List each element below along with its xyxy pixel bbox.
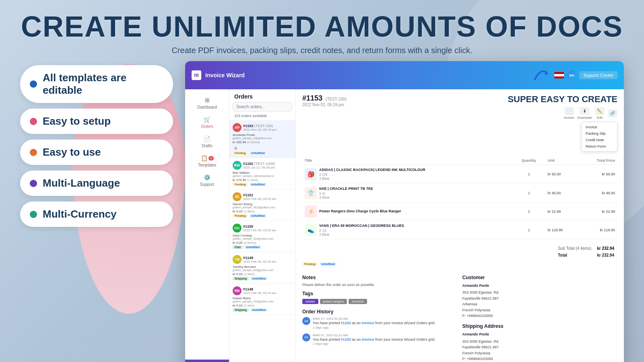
- detail-order-num: #1153: [302, 94, 322, 103]
- sidebar-item-drafts[interactable]: 📄 Drafts: [185, 132, 229, 151]
- col-unit: Unit: [545, 156, 579, 165]
- order-name-1151: Steven Ewing: [233, 202, 292, 206]
- feature-label-language: Multi-Language: [43, 177, 120, 189]
- item-unit-4: kr 119.95: [545, 221, 579, 240]
- history-date-2: MAR 07, 2023 02:31 AM: [313, 333, 436, 337]
- history-text-1: You have printed #1153 as an invoice fro…: [313, 321, 436, 326]
- feature-dot-use: [30, 149, 37, 156]
- order-num-1151: #1151: [243, 193, 292, 197]
- edit-icon: ✏️: [595, 107, 605, 115]
- orders-search-input[interactable]: [233, 102, 292, 111]
- history-date-1: MAR 07, 2023 02:00 AM: [313, 317, 436, 321]
- sidebar-item-orders[interactable]: 🛒 Orders: [185, 113, 229, 132]
- table-row: 👕 NXE | CRACKLE PRINT TB TEE 2 xl 3 Blue: [302, 184, 617, 203]
- badge-unfulfilled-1149: Unfulfilled: [250, 277, 268, 280]
- feature-currency: Multi-Currency: [20, 202, 173, 227]
- support-button[interactable]: Support Center: [579, 71, 617, 79]
- order-item-1148[interactable]: RB #1148 2022 Feb 06, 03:24 am Rafael Bl…: [229, 284, 295, 315]
- print-icon[interactable]: 🖨: [233, 145, 238, 150]
- link-icon: 🔗: [608, 109, 617, 117]
- orders-title: Orders: [229, 89, 295, 102]
- customer-country: French Polynesia: [462, 307, 618, 313]
- detail-order-tag: (TEST-100): [326, 97, 347, 101]
- order-item-1149[interactable]: YB #1149 2022 Feb 06, 02:29 am Yardley B…: [229, 252, 295, 284]
- order-email-1150: gnition_sample_52@gnition.com: [233, 237, 292, 240]
- sidebar-item-templates[interactable]: 📋 8 Templates: [185, 151, 229, 171]
- history-time-2: 2 days ago: [313, 342, 436, 346]
- order-items-1152: (1 item): [247, 178, 258, 182]
- order-items-1153: (4 items): [247, 140, 260, 144]
- item-unit-2: kr 40.00: [545, 184, 579, 203]
- link-action-button[interactable]: 🔗: [608, 109, 617, 117]
- order-email-1148: gnition_sample_24@gnition.com: [233, 300, 292, 303]
- templates-badge: 8: [208, 156, 213, 160]
- invoice-label: Invoice: [564, 116, 574, 119]
- left-section: Notes Please deliver this order as soon …: [302, 271, 458, 362]
- item-image-1: 🎒: [305, 168, 317, 180]
- order-items-1151: (1 item): [244, 210, 254, 213]
- notes-text: Please deliver this order as soon as pos…: [302, 283, 458, 287]
- detail-header: #1153 (TEST-100) 2022 Nov 02, 05:19 pm S…: [302, 94, 617, 152]
- feature-use: Easy to use: [20, 140, 173, 165]
- orders-count: 153 orders available: [229, 114, 295, 120]
- tag-archivist: archivist: [349, 299, 367, 304]
- badge-unfulfilled-1151: Unfulfilled: [249, 214, 267, 218]
- col-qty: Quantity: [512, 156, 545, 165]
- badge-paid-1150: Paid: [233, 245, 243, 249]
- detail-panel: #1153 (TEST-100) 2022 Nov 02, 05:19 pm S…: [296, 89, 624, 362]
- feature-label-use: Easy to use: [43, 146, 101, 158]
- item-unit-3: kr 22.99: [545, 203, 579, 221]
- download-action-button[interactable]: ⬇ Download: [577, 107, 592, 119]
- order-avatar-gc: GC: [233, 224, 242, 232]
- order-item-1153[interactable]: AP #1153 (TEST-100) 2022 Nov 02, 05:19 p…: [229, 120, 295, 158]
- app-body: ⊞ Dashboard 🛒 Orders 📄 Drafts 📋: [185, 89, 624, 362]
- dropdown-return-form[interactable]: Return Form: [582, 143, 617, 150]
- item-name-2: NXE | CRACKLE PRINT TB TEE: [319, 187, 373, 191]
- badge-shipping-1148: Shipping: [233, 308, 249, 312]
- badge-unfulfilled-1150: Unfulfilled: [244, 245, 262, 249]
- feature-dot-language: [30, 180, 37, 187]
- order-amount-1153: kr 232.94: [233, 140, 246, 144]
- share-thoughts-button[interactable]: Share Your Thoughts: [185, 360, 229, 362]
- history-title: Order History: [302, 309, 458, 315]
- order-avatar-se: SE: [233, 192, 242, 201]
- item-total-2: kr 40.00: [579, 184, 617, 203]
- customer-address1: 353-3090 Egestas. Rd.: [462, 290, 618, 295]
- dropdown-credit-note[interactable]: Credit Note: [582, 137, 617, 143]
- subtotal-value: kr 232.94: [594, 245, 617, 251]
- order-email-1153: gnition_sample_1@gnition.com: [233, 137, 292, 140]
- order-item-1150[interactable]: GC #1150 2022 Feb 06, 19:25 am Gary Conw…: [229, 221, 295, 252]
- order-date-1149: 2022 Feb 06, 02:29 am: [243, 260, 292, 263]
- shipping-city: Fayetteville 89621.987: [462, 344, 618, 350]
- badge-unfulfilled-1152: Unfulfilled: [249, 183, 267, 186]
- order-item-1151[interactable]: SE #1151 2022 Feb 06, 03:25 am Steven Ew…: [229, 189, 295, 221]
- sidebar-item-dashboard[interactable]: ⊞ Dashboard: [185, 93, 229, 113]
- order-name-1150: Gary Conway: [233, 234, 292, 237]
- feature-language: Multi-Language: [20, 171, 173, 196]
- shipping-country: French Polynesia: [462, 350, 618, 356]
- total-value: kr 232.94: [594, 252, 617, 258]
- order-amount-1149: kr 0.10: [233, 272, 242, 276]
- order-amount-1151: kr 0.10: [233, 210, 242, 213]
- dashboard-icon: ⊞: [204, 97, 211, 104]
- orders-icon: 🛒: [204, 116, 211, 123]
- dropdown-packing-slip[interactable]: Packing Slip: [582, 130, 617, 137]
- history-entry-2: IW MAR 07, 2023 02:31 AM You have printe…: [302, 333, 458, 346]
- app-header: IW Invoice Wizard BN Support Center: [185, 61, 624, 89]
- support-icon: ⚙️: [204, 174, 211, 181]
- edit-action-button[interactable]: ✏️ Edit: [595, 107, 605, 119]
- download-label: Download: [577, 116, 592, 119]
- sidebar-item-support[interactable]: ⚙️ Support: [185, 171, 229, 190]
- sidebar-label-templates: Templates: [198, 163, 217, 167]
- dropdown-invoice[interactable]: Invoice: [582, 124, 617, 130]
- bottom-grid: Notes Please deliver this order as soon …: [302, 271, 617, 362]
- shipping-info: Armando Poole 353-3090 Egestas. Rd. Faye…: [462, 331, 618, 362]
- customer-name: Armando Poole: [462, 283, 618, 288]
- invoice-action-button[interactable]: 📄 Invoice: [564, 107, 574, 119]
- shipping-title: Shipping Address: [462, 323, 618, 329]
- tags-row: adidas power-rangers archivist: [302, 299, 458, 304]
- order-num-1148: #1148: [243, 287, 292, 291]
- order-num-1152: #1152 (TEST-1006): [243, 162, 292, 166]
- download-icon: ⬇: [580, 107, 589, 115]
- order-item-1152[interactable]: BW #1152 (TEST-1006) 2022 Jul 11, 06:39 …: [229, 158, 295, 189]
